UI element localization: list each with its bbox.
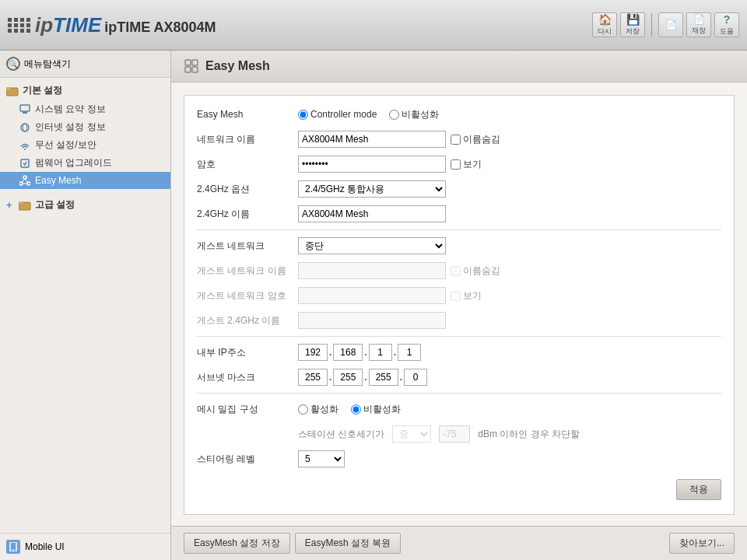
- network-name-input[interactable]: [298, 131, 446, 148]
- threshold-suffix: dBm 이하인 경우 차단할: [478, 428, 580, 441]
- logo-grid-icon: [8, 18, 31, 33]
- guest-hide-name-label[interactable]: 이름숨김: [451, 264, 500, 278]
- easy-mesh-form-label: Easy Mesh: [197, 109, 298, 120]
- sidebar-item-wireless[interactable]: 무선 설정/보안: [0, 136, 170, 154]
- steering-select[interactable]: 1234 5 678910: [298, 450, 345, 467]
- band-24ghz-name-row: 2.4GHz 이름: [197, 205, 721, 223]
- guest-name-row: 게스트 네트워크 이름 이름숨김: [197, 261, 721, 280]
- sidebar-item-advanced[interactable]: + 고급 설정: [0, 195, 170, 215]
- hide-name-checkbox[interactable]: [451, 135, 461, 145]
- signal-select[interactable]: 상 중 하: [392, 425, 431, 443]
- guest-network-select[interactable]: 중단 사용: [298, 237, 446, 254]
- sidebar-item-internet[interactable]: 인터넷 설정 정보: [0, 118, 170, 136]
- menu-search-label: 메뉴탐색기: [24, 58, 71, 71]
- advanced-folder-icon: [19, 199, 31, 212]
- mesh-activate-radio-label[interactable]: 활성화: [298, 403, 338, 416]
- subnet-control: . . .: [298, 369, 721, 386]
- band-24ghz-name-input[interactable]: [298, 205, 446, 222]
- restore-settings-button[interactable]: EasyMesh 설정 복원: [295, 533, 402, 554]
- sidebar-item-system-summary[interactable]: 시스템 요약 정보: [0, 100, 170, 118]
- find-button[interactable]: 찾아보기...: [669, 533, 735, 554]
- controller-mode-radio[interactable]: [298, 110, 308, 120]
- mesh-activate-label: 활성화: [310, 403, 338, 416]
- help-button[interactable]: ? 도움: [714, 12, 739, 37]
- network-name-label: 네트워크 이름: [197, 133, 298, 146]
- hide-name-label[interactable]: 이름숨김: [451, 133, 500, 146]
- monitor-icon: [19, 103, 31, 116]
- guest-24ghz-row: 게스트 2.4GHz 이름: [197, 311, 721, 330]
- internet-icon: [19, 121, 31, 134]
- ip-group: . . .: [298, 344, 421, 361]
- wireless-icon: [19, 139, 31, 152]
- mesh-deactivate-label: 비활성화: [363, 403, 401, 416]
- system-summary-label: 시스템 요약 정보: [35, 103, 106, 116]
- deactivate-radio-label[interactable]: 비활성화: [389, 108, 439, 121]
- band-24ghz-row: 2.4GHz 옵션 2.4/5GHz 통합사용 2.4GHz만 사용 5GHz만…: [197, 180, 721, 198]
- easy-mesh-mode-row: Easy Mesh Controller mode 비활성화: [197, 105, 721, 124]
- subnet-octet-3[interactable]: [369, 369, 398, 386]
- band-24ghz-name-label: 2.4GHz 이름: [197, 208, 298, 221]
- band-24ghz-select[interactable]: 2.4/5GHz 통합사용 2.4GHz만 사용 5GHz만 사용: [298, 180, 446, 198]
- page-title: Easy Mesh: [205, 59, 270, 73]
- page-button-2[interactable]: 📄 재장: [686, 12, 711, 37]
- mesh-deactivate-radio[interactable]: [351, 404, 361, 415]
- internal-ip-row: 내부 IP주소 . . .: [197, 343, 721, 362]
- advanced-settings-section: + 고급 설정: [0, 192, 170, 218]
- mesh-dense-row: 메시 밀집 구성 활성화 비활성화: [197, 400, 721, 418]
- svg-point-4: [21, 124, 29, 131]
- search-icon: 🔍: [6, 57, 20, 71]
- guest-password-control: 보기: [298, 287, 721, 304]
- guest-show-password-text: 보기: [463, 289, 482, 303]
- password-row: 암호 보기: [197, 155, 721, 173]
- subnet-octet-1[interactable]: [298, 369, 328, 386]
- svg-rect-20: [185, 67, 191, 72]
- sidebar: 🔍 메뉴탐색기 기본 설정 시스템 요약 정보: [0, 51, 171, 560]
- sidebar-item-easy-mesh[interactable]: Easy Mesh: [0, 172, 170, 189]
- guest-name-input[interactable]: [298, 262, 446, 279]
- ip-octet-2[interactable]: [333, 344, 363, 361]
- subnet-octet-4[interactable]: [404, 369, 427, 386]
- guest-24ghz-input[interactable]: [298, 312, 446, 329]
- subnet-label: 서브넷 마스크: [197, 371, 298, 384]
- svg-rect-19: [192, 60, 198, 65]
- guest-password-input[interactable]: [298, 287, 446, 304]
- basic-settings-section: 기본 설정 시스템 요약 정보 인터넷 설정 정보 무선 설정/보안: [0, 78, 170, 192]
- save-button[interactable]: 💾 저장: [620, 12, 645, 37]
- folder-icon: [6, 85, 19, 97]
- subnet-octet-2[interactable]: [333, 369, 363, 386]
- guest-show-password-checkbox[interactable]: [451, 291, 461, 301]
- threshold-input[interactable]: [439, 425, 470, 443]
- guest-show-password-label[interactable]: 보기: [451, 289, 482, 303]
- mobile-icon: [6, 540, 20, 554]
- station-signal-control: 스테이션 신호세기가 상 중 하 dBm 이하인 경우 차단할: [298, 425, 721, 443]
- password-input[interactable]: [298, 156, 446, 173]
- ip-octet-4[interactable]: [398, 344, 421, 361]
- separator-3: [197, 393, 721, 394]
- save-settings-button[interactable]: EasyMesh 설정 저장: [184, 533, 290, 554]
- advanced-label: 고급 설정: [35, 198, 75, 212]
- steering-level-label: 스티어링 레벨: [197, 453, 298, 466]
- ip-octet-3[interactable]: [369, 344, 392, 361]
- sidebar-item-basic-settings[interactable]: 기본 설정: [0, 81, 170, 100]
- mesh-deactivate-radio-label[interactable]: 비활성화: [351, 403, 401, 416]
- page-button-1[interactable]: 📄: [658, 12, 683, 37]
- sidebar-item-firmware[interactable]: 펌웨어 업그레이드: [0, 154, 170, 172]
- ip-octet-1[interactable]: [298, 344, 328, 361]
- controller-mode-radio-label[interactable]: Controller mode: [298, 109, 377, 120]
- main-form-section: Easy Mesh Controller mode 비활성화: [184, 95, 735, 515]
- guest-hide-name-checkbox[interactable]: [451, 266, 461, 276]
- svg-rect-15: [19, 201, 23, 204]
- steering-level-control: 1234 5 678910: [298, 450, 721, 467]
- deactivate-radio[interactable]: [389, 110, 399, 120]
- sidebar-footer: Mobile UI: [0, 533, 170, 560]
- apply-area: 적용: [197, 474, 721, 505]
- logo-area: ip T I ME ipTIME AX8004M: [8, 13, 592, 37]
- home-button[interactable]: 🏠 다시: [592, 12, 617, 37]
- svg-point-6: [24, 149, 26, 150]
- show-password-checkbox[interactable]: [451, 159, 461, 170]
- apply-button[interactable]: 적용: [676, 479, 721, 500]
- guest-24ghz-control: [298, 312, 721, 329]
- show-password-label[interactable]: 보기: [451, 158, 482, 171]
- mesh-activate-radio[interactable]: [298, 404, 308, 415]
- svg-point-17: [12, 549, 14, 551]
